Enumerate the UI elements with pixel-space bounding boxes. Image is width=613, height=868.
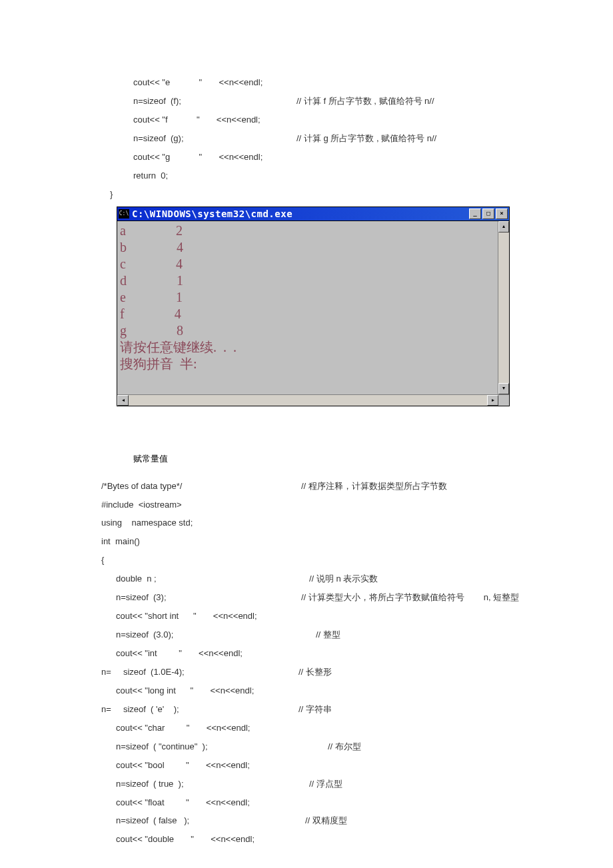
code-line: n=sizeof (3.0);// 整型 [0,626,613,644]
window-title: C:\WINDOWS\system32\cmd.exe [132,209,469,219]
scroll-up-icon[interactable]: ▴ [498,221,509,232]
code-line: cout<< "g " <<n<<endl; [0,148,613,167]
console-line: f 4 [120,306,495,322]
scroll-corner [498,395,509,406]
code-line: cout<< "int " <<n<<endl; [0,644,613,663]
code-line: double n ;// 说明 n 表示实数 [0,570,613,588]
vertical-scrollbar[interactable]: ▴ ▾ [498,221,509,394]
console-line: b 4 [120,239,495,256]
maximize-button[interactable]: □ [482,209,494,219]
code-line: /*Bytes of data type*/// 程序注释，计算数据类型所占字节… [0,477,613,496]
console-line: e 1 [120,289,495,306]
horizontal-scrollbar[interactable]: ◂ ▸ [117,394,509,406]
console-screenshot: C:\ C:\WINDOWS\system32\cmd.exe _ □ × a … [117,207,510,406]
code-line: cout<< "float " <<n<<endl; [0,793,613,812]
console-line: d 1 [120,272,495,289]
console-output: a 2 b 4 c 4 d 1 e 1 f 4 g 8 请按任意 [117,221,498,394]
code-line: return 0; [0,167,613,185]
code-line: n=sizeof ( false );// 双精度型 [0,811,613,830]
code-line: { [0,551,613,570]
code-line: cout<< "f " <<n<<endl; [0,111,613,129]
code-line: n=sizeof (f);// 计算 f 所占字节数 , 赋值给符号 n// [0,92,613,111]
code-line: cout<< "long int " <<n<<endl; [0,681,613,700]
console-line: 请按任意键继续. . . [120,339,495,356]
code-line: n= sizeof ( 'e' );// 字符串 [0,700,613,719]
close-button[interactable]: × [496,209,508,219]
code-line: cout<< "bool " <<n<<endl; [0,756,613,775]
code-block-bottom: /*Bytes of data type*/// 程序注释，计算数据类型所占字节… [0,477,613,849]
code-line: cout<< "e " <<n<<endl; [0,73,613,92]
document-page: cout<< "e " <<n<<endl; n=sizeof (f);// 计… [0,0,613,868]
code-line: int main() [0,532,613,551]
scroll-down-icon[interactable]: ▾ [498,383,509,394]
scroll-track[interactable] [498,232,509,383]
console-line: 搜狗拼音 半: [120,356,495,372]
section-heading: 赋常量值 [0,453,613,465]
console-window: C:\ C:\WINDOWS\system32\cmd.exe _ □ × a … [117,207,510,406]
code-line: using namespace std; [0,514,613,532]
scroll-track[interactable] [129,395,487,406]
code-line: cout<< "short int " <<n<<endl; [0,607,613,626]
code-line: } [0,185,613,204]
console-line: g 8 [120,322,495,339]
code-line: cout<< "char " <<n<<endl; [0,719,613,737]
code-line: n=sizeof (3);// 计算类型大小，将所占字节数赋值给符号 n, 短整… [0,588,613,607]
console-line: a 2 [120,222,495,239]
code-line: n=sizeof ( "continue" );// 布尔型 [0,737,613,756]
window-title-bar: C:\ C:\WINDOWS\system32\cmd.exe _ □ × [117,207,509,221]
minimize-button[interactable]: _ [469,209,481,219]
scroll-left-icon[interactable]: ◂ [117,395,129,406]
console-line: c 4 [120,256,495,272]
code-line: n=sizeof (g);// 计算 g 所占字节数 , 赋值给符号 n// [0,129,613,148]
scroll-right-icon[interactable]: ▸ [487,395,498,406]
window-controls: _ □ × [469,209,508,219]
code-line: #include <iostream> [0,496,613,514]
code-line: n=sizeof ( true );// 浮点型 [0,775,613,793]
code-line: n= sizeof (1.0E-4);// 长整形 [0,663,613,681]
code-block-top: cout<< "e " <<n<<endl; n=sizeof (f);// 计… [0,73,613,204]
app-icon: C:\ [119,209,129,218]
code-line: cout<< "double " <<n<<endl; [0,830,613,849]
